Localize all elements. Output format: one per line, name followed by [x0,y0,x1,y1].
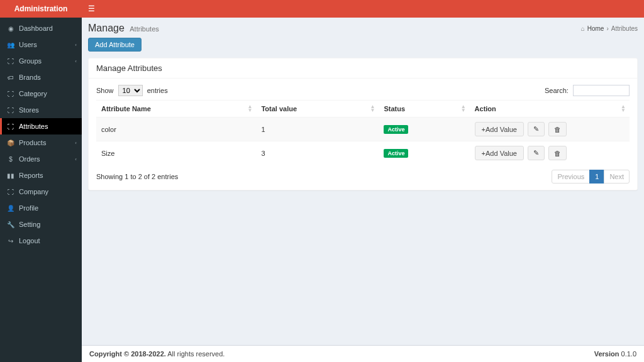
setting-icon: 🔧 [6,221,15,228]
sidebar-item-orders[interactable]: $Orders‹ [0,151,82,167]
sidebar-item-label: Category [19,90,47,97]
sidebar-item-label: Setting [19,221,40,228]
chevron-left-icon: ‹ [75,42,77,48]
col-status[interactable]: Status ▲▼ [379,101,469,118]
sidebar-item-label: Reports [19,172,43,179]
sidebar-item-label: Products [19,139,46,146]
chevron-left-icon: ‹ [75,140,77,146]
add-attribute-button[interactable]: Add Attribute [88,38,142,52]
cell-name: color [96,118,256,141]
sidebar-item-stores[interactable]: ⛶Stores [0,102,82,118]
brand-logo[interactable]: Administration [0,0,82,18]
sidebar-item-profile[interactable]: 👤Profile [0,200,82,216]
plus-icon: + [482,150,486,157]
pencil-icon: ✎ [533,125,539,133]
sidebar-item-setting[interactable]: 🔧Setting [0,216,82,233]
sidebar-item-label: Company [19,188,48,195]
pagination: Previous 1 Next [552,170,630,184]
content: Manage Attributes ⌂ Home › Attributes Ad… [82,18,644,362]
page-previous[interactable]: Previous [552,170,590,184]
cell-action: + Add Value✎🗑 [470,141,630,165]
sidebar-item-attributes[interactable]: ⛶Attributes [0,118,82,134]
sort-icon: ▲▼ [247,105,252,112]
sidebar-item-label: Logout [19,237,40,244]
sidebar-item-groups[interactable]: ⛶Groups‹ [0,53,82,69]
cell-name: Size [96,141,256,165]
page-subtitle: Attributes [130,25,158,33]
sidebar-item-label: Stores [19,106,39,114]
delete-button[interactable]: 🗑 [548,146,567,160]
page-title-text: Manage [88,23,125,33]
datatable-controls: Show 10 entries Search: [96,85,630,96]
chevron-left-icon: ‹ [75,58,77,64]
sidebar-item-dashboard[interactable]: ◉Dashboard [0,20,82,36]
profile-icon: 👤 [6,205,15,212]
sidebar-item-label: Groups [19,57,42,65]
sidebar-item-products[interactable]: 📦Products‹ [0,134,82,151]
sidebar-item-label: Brands [19,74,41,81]
groups-icon: ⛶ [6,58,15,65]
attributes-icon: ⛶ [6,123,15,130]
add-value-button[interactable]: + Add Value [475,122,524,136]
footer-version: Version 0.1.0 [594,350,636,358]
logout-icon: ↪ [6,238,15,244]
show-label-post: entries [147,87,168,94]
page-1[interactable]: 1 [589,170,604,184]
sidebar-item-category[interactable]: ⛶Category [0,85,82,102]
home-icon: ⌂ [581,25,585,32]
panel: Manage Attributes Show 10 entries Search… [88,58,638,190]
breadcrumb: ⌂ Home › Attributes [581,25,638,32]
trash-icon: 🗑 [554,126,561,133]
col-attribute-name[interactable]: Attribute Name ▲▼ [96,101,256,118]
sidebar-item-company[interactable]: ⛶Company [0,184,82,200]
reports-icon: ▮▮ [6,172,15,179]
breadcrumb-current: Attributes [611,25,638,32]
pencil-icon: ✎ [533,149,539,157]
table-row: Size3Active+ Add Value✎🗑 [96,141,630,165]
breadcrumb-home[interactable]: Home [587,25,604,32]
brands-icon: 🏷 [6,74,15,81]
cell-total: 3 [256,141,379,165]
col-total-value[interactable]: Total value ▲▼ [256,101,379,118]
sidebar-item-users[interactable]: 👥Users‹ [0,36,82,53]
footer: Copyright © 2018-2022. All rights reserv… [82,345,644,362]
add-value-button[interactable]: + Add Value [475,146,524,160]
cell-total: 1 [256,118,379,141]
users-icon: 👥 [6,41,15,48]
table-row: color1Active+ Add Value✎🗑 [96,118,630,141]
main-column: ☰ Manage Attributes ⌂ Home › Attributes … [82,0,644,362]
sidebar-item-label: Orders [19,155,40,163]
delete-button[interactable]: 🗑 [548,122,567,136]
search-label: Search: [545,87,569,94]
edit-button[interactable]: ✎ [528,146,545,160]
panel-body: Show 10 entries Search: [89,79,637,190]
sort-icon: ▲▼ [370,105,375,112]
show-label-pre: Show [96,87,114,94]
status-badge: Active [384,149,408,158]
datatable-info: Showing 1 to 2 of 2 entries [96,173,178,180]
page-next[interactable]: Next [604,170,630,184]
plus-icon: + [482,126,486,133]
edit-button[interactable]: ✎ [528,122,545,136]
sidebar-item-label: Users [19,41,37,48]
menu-toggle-icon[interactable]: ☰ [88,4,95,13]
stores-icon: ⛶ [6,107,15,114]
attributes-table: Attribute Name ▲▼ Total value ▲▼ Status … [96,100,630,165]
cell-action: + Add Value✎🗑 [470,118,630,141]
chevron-left-icon: ‹ [75,156,77,162]
sort-icon: ▲▼ [461,105,466,112]
page-header: Manage Attributes ⌂ Home › Attributes [88,23,638,34]
sidebar-item-label: Profile [19,204,38,212]
length-select[interactable]: 10 [118,85,143,96]
search-control: Search: [545,85,630,96]
sidebar-item-logout[interactable]: ↪Logout [0,233,82,249]
cell-status: Active [379,118,469,141]
sidebar-item-reports[interactable]: ▮▮Reports [0,167,82,184]
sidebar-item-brands[interactable]: 🏷Brands [0,69,82,85]
search-input[interactable] [573,85,630,96]
breadcrumb-separator: › [606,25,608,32]
panel-title: Manage Attributes [89,58,637,79]
orders-icon: $ [6,156,15,163]
footer-copyright: Copyright © 2018-2022. All rights reserv… [89,350,225,358]
col-action[interactable]: Action ▲▼ [470,101,630,118]
